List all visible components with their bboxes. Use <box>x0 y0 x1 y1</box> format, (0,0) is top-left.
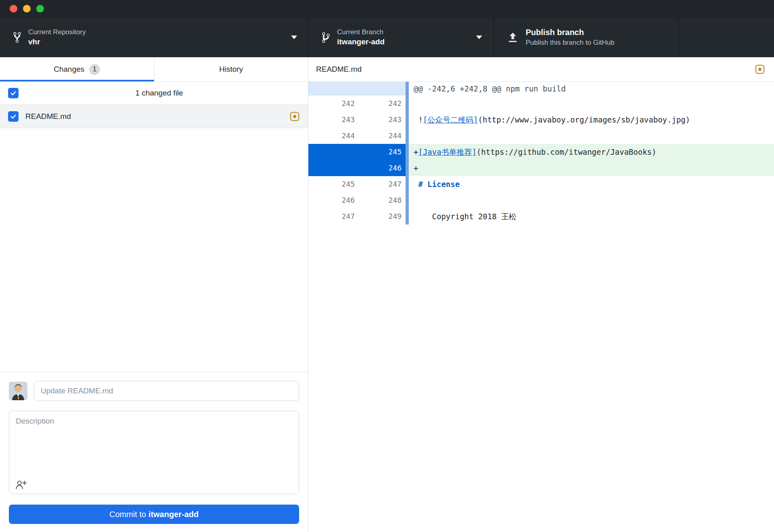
diff-line-row[interactable]: 244244 <box>308 128 774 144</box>
diff-line-row[interactable]: 243243 ![公众号二维码](http://www.javaboy.org/… <box>308 112 774 128</box>
tab-changes-label: Changes <box>54 65 84 74</box>
publish-title: Publish branch <box>526 27 614 37</box>
old-line-number: 246 <box>308 192 359 208</box>
diff-line-content: ![公众号二维码](http://www.javaboy.org/images/… <box>409 112 774 128</box>
sidebar-tabs: Changes 1 History <box>0 57 308 82</box>
commit-button-branch: itwanger-add <box>148 510 198 519</box>
toolbar: Current Repository vhr Current Branch it… <box>0 17 774 57</box>
minimize-button[interactable] <box>23 5 31 12</box>
commit-summary-row <box>9 381 299 401</box>
commit-description-box <box>9 411 299 494</box>
hunk-indicator-bar <box>406 82 409 96</box>
changes-sidebar: Changes 1 History 1 changed file README.… <box>0 57 308 532</box>
commit-button-prefix: Commit to <box>109 510 146 519</box>
new-line-number: 244 <box>359 128 406 144</box>
zoom-button[interactable] <box>36 5 44 12</box>
new-line-number: 243 <box>359 112 406 128</box>
commit-button[interactable]: Commit to itwanger-add <box>9 505 299 524</box>
add-coauthor-icon[interactable] <box>15 480 27 490</box>
hunk-indicator-bar <box>406 208 409 224</box>
publish-branch-button[interactable]: Publish branch Publish this branch to Gi… <box>493 17 679 57</box>
diff-line-row[interactable]: 246+ <box>308 160 774 176</box>
changed-files-list: README.md <box>0 105 308 128</box>
diff-pane: README.md @@ -242,6 +242,8 @@ npm run bu… <box>308 57 774 532</box>
hunk-indicator-bar <box>406 160 409 176</box>
upload-icon <box>507 32 518 43</box>
commit-description-input[interactable] <box>9 411 299 476</box>
sidebar-empty-space <box>0 128 308 372</box>
branch-name: itwanger-add <box>337 37 385 47</box>
diff-line-row[interactable]: 242242 <box>308 96 774 112</box>
diff-line-row[interactable]: 246248 <box>308 192 774 208</box>
diff-line-content: +[Java书单推荐](https://github.com/itwanger/… <box>409 144 774 160</box>
diff-line-row[interactable]: 247249 Copyright 2018 王松 <box>308 208 774 224</box>
old-line-number <box>308 160 359 176</box>
file-row[interactable]: README.md <box>0 105 308 128</box>
tab-changes[interactable]: Changes 1 <box>0 57 154 81</box>
chevron-down-icon <box>476 35 482 39</box>
branch-picker[interactable]: Current Branch itwanger-add <box>308 17 493 57</box>
file-checkbox[interactable] <box>8 111 19 122</box>
commit-summary-input[interactable] <box>34 381 299 401</box>
chevron-down-icon <box>291 35 297 39</box>
old-line-number <box>308 144 359 160</box>
changed-files-summary: 1 changed file <box>19 89 300 98</box>
hunk-header-text: @@ -242,6 +242,8 @@ npm run build <box>409 82 774 96</box>
titlebar <box>0 0 774 17</box>
new-line-number: 247 <box>359 176 406 192</box>
repository-name: vhr <box>28 37 86 47</box>
hunk-indicator-bar <box>406 112 409 128</box>
diff-line-row[interactable]: 245247 # License <box>308 176 774 192</box>
changes-count-badge: 1 <box>89 64 100 75</box>
changed-files-summary-row: 1 changed file <box>0 82 308 105</box>
new-line-number: 249 <box>359 208 406 224</box>
diff-gutter <box>308 82 406 96</box>
hunk-indicator-bar <box>406 96 409 112</box>
publish-subtitle: Publish this branch to GitHub <box>526 39 614 47</box>
new-line-number: 245 <box>359 144 406 160</box>
diff-line-content: Copyright 2018 王松 <box>409 208 774 224</box>
file-name: README.md <box>25 112 289 121</box>
diff-body: @@ -242,6 +242,8 @@ npm run build242242 … <box>308 82 774 224</box>
github-desktop-window: Current Repository vhr Current Branch it… <box>0 0 774 532</box>
repository-label: Current Repository <box>28 28 86 36</box>
commit-area: Commit to itwanger-add <box>0 372 308 532</box>
repository-picker[interactable]: Current Repository vhr <box>0 17 308 57</box>
git-branch-icon <box>322 31 330 44</box>
tab-history[interactable]: History <box>154 57 308 81</box>
tab-history-label: History <box>219 65 243 74</box>
new-line-number: 246 <box>359 160 406 176</box>
main-area: Changes 1 History 1 changed file README.… <box>0 57 774 532</box>
new-line-number: 248 <box>359 192 406 208</box>
hunk-indicator-bar <box>406 192 409 208</box>
diff-header: README.md <box>308 57 774 82</box>
modified-status-icon <box>755 64 765 75</box>
hunk-indicator-bar <box>406 176 409 192</box>
diff-line-content: # License <box>409 176 774 192</box>
old-line-number: 247 <box>308 208 359 224</box>
old-line-number: 242 <box>308 96 359 112</box>
select-all-checkbox[interactable] <box>8 88 19 98</box>
diff-line-content <box>409 96 774 112</box>
modified-status-icon <box>289 111 300 122</box>
old-line-number: 245 <box>308 176 359 192</box>
old-line-number: 244 <box>308 128 359 144</box>
repo-icon <box>13 31 21 44</box>
diff-file-name: README.md <box>316 65 362 74</box>
old-line-number: 243 <box>308 112 359 128</box>
hunk-indicator-bar <box>406 144 409 160</box>
hunk-indicator-bar <box>406 128 409 144</box>
diff-line-content <box>409 192 774 208</box>
diff-line-row[interactable]: 245+[Java书单推荐](https://github.com/itwang… <box>308 144 774 160</box>
diff-line-content <box>409 128 774 144</box>
close-button[interactable] <box>10 5 17 12</box>
branch-label: Current Branch <box>337 28 385 36</box>
diff-line-content: + <box>409 160 774 176</box>
new-line-number: 242 <box>359 96 406 112</box>
avatar <box>9 382 27 400</box>
diff-hunk-row: @@ -242,6 +242,8 @@ npm run build <box>308 82 774 96</box>
